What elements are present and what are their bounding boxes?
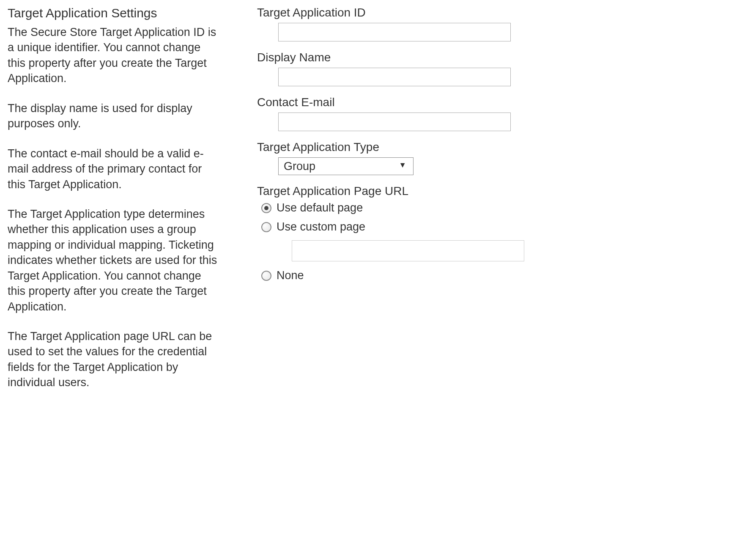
page-url-label: Target Application Page URL (257, 184, 528, 198)
desc-page-url: The Target Application page URL can be u… (8, 329, 219, 390)
radio-use-default-page-label: Use default page (277, 201, 363, 214)
display-name-label: Display Name (257, 51, 528, 64)
display-name-input[interactable] (278, 68, 511, 86)
target-app-id-label: Target Application ID (257, 6, 528, 19)
radio-dot-icon (264, 206, 268, 210)
target-app-type-selected: Group (284, 160, 315, 173)
target-app-type-select[interactable]: Group ▼ (278, 157, 414, 175)
custom-page-url-input[interactable] (292, 240, 524, 261)
desc-display-name: The display name is used for display pur… (8, 101, 219, 132)
radio-none-label: None (277, 269, 304, 282)
radio-use-custom-page-label: Use custom page (277, 220, 365, 233)
desc-target-app-type: The Target Application type determines w… (8, 206, 219, 314)
chevron-down-icon: ▼ (399, 161, 406, 170)
target-app-id-input[interactable] (278, 23, 511, 41)
desc-contact-email: The contact e-mail should be a valid e-m… (8, 146, 219, 192)
section-title: Target Application Settings (8, 6, 219, 20)
radio-use-custom-page[interactable] (261, 222, 271, 232)
radio-none[interactable] (261, 271, 271, 281)
contact-email-input[interactable] (278, 113, 511, 131)
target-app-type-label: Target Application Type (257, 140, 528, 154)
contact-email-label: Contact E-mail (257, 96, 528, 109)
desc-target-app-id: The Secure Store Target Application ID i… (8, 25, 219, 86)
radio-use-default-page[interactable] (261, 203, 271, 213)
